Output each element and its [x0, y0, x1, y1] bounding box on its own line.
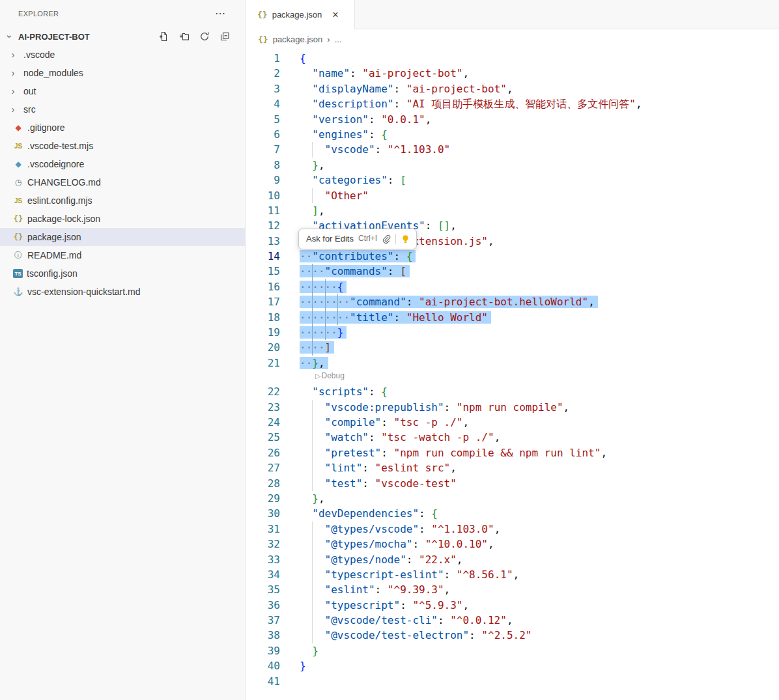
json-braces-icon: {}	[13, 214, 23, 224]
indent-guide	[325, 325, 326, 340]
code-line-36: 36 "typescript": "^5.9.3",	[246, 598, 779, 613]
indent-guide	[312, 264, 313, 279]
line-number: 12	[246, 218, 280, 233]
close-icon[interactable]: ×	[332, 10, 338, 20]
breadcrumb: {} package.json › ...	[246, 29, 779, 49]
code-line-9: 9 "categories": [	[246, 173, 779, 188]
line-number: 36	[246, 598, 280, 613]
folder-label: src	[23, 104, 36, 115]
indent-guide	[312, 476, 313, 491]
codelens-row: ▷Debug	[246, 371, 779, 384]
file-item-.vscodeignore[interactable]: ◆.vscodeignore	[0, 155, 245, 173]
more-actions-icon[interactable]: ⋯	[215, 8, 225, 19]
line-number: 38	[246, 628, 280, 643]
indent-guide	[312, 294, 313, 309]
code-line-25: 25 "watch": "tsc -watch -p ./",	[246, 430, 779, 445]
json-braces-icon: {}	[257, 10, 268, 20]
tabbar-divider	[355, 29, 779, 29]
code-line-39: 39 }	[246, 643, 779, 658]
file-item-CHANGELOG.md[interactable]: ◷CHANGELOG.md	[0, 173, 245, 191]
codelens-label: Debug	[321, 369, 344, 384]
code-line-37: 37 "@vscode/test-cli": "^0.0.12",	[246, 613, 779, 628]
file-label: CHANGELOG.md	[27, 177, 101, 188]
code-line-38: 38 "@vscode/test-electron": "^2.5.2"	[246, 628, 779, 643]
line-number: 34	[246, 567, 280, 582]
file-label: vsc-extension-quickstart.md	[27, 287, 141, 297]
new-file-button[interactable]	[158, 31, 170, 42]
code-line-2: 2 "name": "ai-project-bot",	[246, 66, 779, 81]
file-item-eslint.config.mjs[interactable]: JSeslint.config.mjs	[0, 191, 245, 210]
line-number: 11	[246, 203, 280, 218]
code-line-7: 7 "vscode": "^1.103.0"	[246, 142, 779, 157]
tab-label: package.json	[272, 10, 322, 20]
collapse-all-button[interactable]	[219, 31, 231, 42]
chevron-right-icon: ›	[8, 104, 18, 115]
json-braces-icon: {}	[258, 35, 268, 44]
file-item-.gitignore[interactable]: ◆.gitignore	[0, 119, 245, 137]
breadcrumb-more[interactable]: ...	[335, 35, 342, 44]
attach-icon[interactable]	[382, 234, 391, 244]
code-line-30: 30 "devDependencies": {	[246, 506, 779, 521]
widget-divider	[395, 234, 396, 244]
code-line-34: 34 "typescript-eslint": "^8.56.1",	[246, 567, 779, 582]
changelog-icon: ◷	[13, 178, 23, 188]
file-item-.vscode-test.mjs[interactable]: JS.vscode-test.mjs	[0, 137, 245, 155]
breadcrumb-file[interactable]: package.json	[273, 35, 323, 44]
json-braces-icon: {}	[13, 232, 23, 242]
explorer-root-row[interactable]: › AI-PROJECT-BOT	[0, 27, 245, 46]
selection-highlight: ··},	[300, 357, 328, 369]
line-number: 26	[246, 445, 280, 460]
indent-guide	[337, 294, 338, 309]
chevron-right-icon: ›	[327, 35, 330, 44]
root-folder-label: AI-PROJECT-BOT	[18, 32, 90, 42]
code-line-20: 20····]	[246, 340, 779, 355]
line-number: 6	[246, 127, 280, 142]
file-item-tsconfig.json[interactable]: TStsconfig.json	[0, 264, 245, 283]
code-line-17: 17········"command": "ai-project-bot.hel…	[246, 294, 779, 309]
file-item-README.md[interactable]: ⓘREADME.md	[0, 246, 245, 264]
code-line-29: 29 },	[246, 491, 779, 506]
inline-chat-label: Ask for Edits	[306, 231, 354, 246]
file-label: README.md	[27, 250, 81, 260]
code-line-40: 40}	[246, 658, 779, 673]
file-label: .vscodeignore	[27, 159, 84, 169]
vscode-icon: ◆	[13, 160, 23, 169]
new-folder-button[interactable]	[178, 31, 190, 42]
js-icon: JS	[13, 196, 23, 206]
folder-item-node_modules[interactable]: ›node_modules	[0, 64, 245, 82]
indent-guide	[312, 537, 313, 552]
code-lines: 1{2 "name": "ai-project-bot",3 "displayN…	[246, 51, 779, 689]
inline-chat-widget[interactable]: Ask for Edits Ctrl+I	[298, 229, 417, 249]
code-line-16: 16······{	[246, 279, 779, 294]
lightbulb-icon[interactable]	[401, 234, 410, 244]
codelens-debug-link[interactable]: ▷Debug	[315, 369, 345, 384]
indent-guide	[325, 294, 326, 309]
indent-guide	[312, 552, 313, 567]
file-item-vsc-extension-quickstart.md[interactable]: ⚓vsc-extension-quickstart.md	[0, 283, 245, 301]
indent-guide	[312, 188, 313, 203]
line-number: 16	[246, 279, 280, 294]
file-item-package-lock.json[interactable]: {}package-lock.json	[0, 210, 245, 228]
explorer-toolbar	[158, 31, 245, 42]
file-item-package.json[interactable]: {}package.json	[0, 228, 245, 246]
code-line-5: 5 "version": "0.0.1",	[246, 112, 779, 127]
code-editor[interactable]: 1{2 "name": "ai-project-bot",3 "displayN…	[246, 49, 779, 700]
file-label: package.json	[27, 232, 81, 242]
code-line-4: 4 "description": "AI 项目助手模板生成、智能对话、多文件问答…	[246, 96, 779, 111]
line-number: 37	[246, 613, 280, 628]
line-number: 22	[246, 384, 280, 399]
line-number: 25	[246, 430, 280, 445]
line-number: 33	[246, 552, 280, 567]
file-list: ›.vscode›node_modules›out›src◆.gitignore…	[0, 46, 245, 301]
folder-item-src[interactable]: ›src	[0, 100, 245, 119]
indent-guide	[312, 415, 313, 430]
selection-highlight: ····]	[300, 341, 334, 354]
line-number: 29	[246, 491, 280, 506]
folder-item-out[interactable]: ›out	[0, 82, 245, 100]
markdown-icon: ⚓	[13, 287, 23, 297]
tab-package-json[interactable]: {} package.json ×	[246, 0, 355, 29]
refresh-button[interactable]	[199, 31, 210, 42]
folder-item-.vscode[interactable]: ›.vscode	[0, 46, 245, 64]
indent-guide	[312, 613, 313, 628]
indent-guide	[312, 598, 313, 613]
